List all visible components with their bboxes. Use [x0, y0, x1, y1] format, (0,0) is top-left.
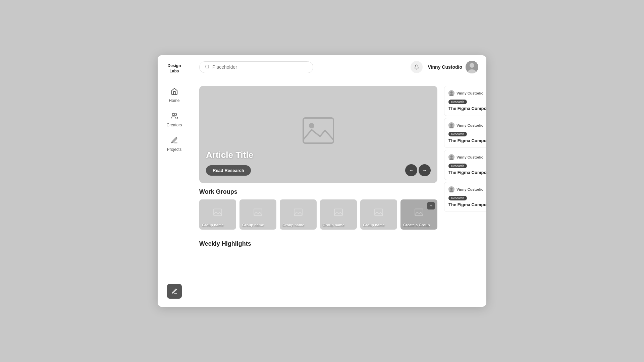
author-avatar — [448, 90, 454, 96]
avatar — [466, 61, 478, 73]
app-logo: Design Labs — [167, 63, 181, 74]
svg-rect-6 — [303, 118, 333, 143]
next-arrow-button[interactable]: → — [419, 164, 431, 176]
home-icon — [171, 88, 178, 97]
svg-point-15 — [450, 92, 453, 94]
article-meta: Vinny Custodio 1321 175 ▮ — [448, 122, 486, 128]
article-title: The Figma Component Review — [448, 202, 486, 208]
hero-actions: Read Research ← → — [206, 164, 431, 176]
svg-line-2 — [208, 67, 209, 68]
hero-card: Article Title Read Research ← → — [199, 86, 437, 183]
article-item[interactable]: Vinny Custodio 1321 175 ▮ — [444, 86, 486, 116]
article-tag: Research — [448, 100, 467, 104]
group-card-label: Group name — [242, 223, 264, 227]
read-research-button[interactable]: Read Research — [206, 165, 251, 176]
notification-button[interactable] — [411, 61, 423, 73]
svg-rect-11 — [334, 209, 342, 216]
prev-arrow-button[interactable]: ← — [405, 164, 417, 176]
author-avatar — [448, 186, 454, 192]
sidebar-bottom — [167, 284, 182, 299]
compose-button[interactable] — [167, 284, 182, 299]
search-icon — [205, 64, 210, 70]
groups-row: Group name Group name — [199, 199, 437, 230]
group-image-icon — [253, 208, 263, 219]
user-name: Vinny Custodio — [428, 64, 462, 70]
article-tag: Research — [448, 164, 467, 168]
sidebar-item-home[interactable]: Home — [161, 84, 188, 106]
author-avatar — [448, 154, 454, 160]
header-right: Vinny Custodio — [411, 61, 478, 73]
svg-point-23 — [450, 156, 453, 158]
header: Vinny Custodio — [191, 55, 486, 79]
group-card-label: Group name — [323, 223, 344, 227]
group-card[interactable]: Group name — [239, 199, 276, 230]
featured-area: Article Title Read Research ← → Work Gro… — [199, 86, 437, 300]
group-card[interactable]: Group name — [320, 199, 357, 230]
author-name: Vinny Custodio — [457, 187, 486, 191]
article-tag: Research — [448, 196, 467, 200]
group-card-label: Group name — [202, 223, 224, 227]
svg-rect-10 — [294, 209, 302, 216]
content-area: Article Title Read Research ← → Work Gro… — [191, 79, 486, 307]
svg-point-4 — [470, 63, 474, 68]
sidebar: Design Labs Home — [158, 55, 191, 307]
group-image-icon — [213, 208, 222, 219]
author-avatar — [448, 122, 454, 128]
svg-rect-8 — [214, 209, 222, 216]
group-card[interactable]: Group name — [360, 199, 397, 230]
article-title: The Figma Component Review — [448, 170, 486, 176]
search-input[interactable] — [212, 64, 308, 70]
group-card[interactable]: Group name — [199, 199, 236, 230]
users-icon — [171, 112, 178, 121]
article-item[interactable]: Vinny Custodio 1321 175 ▮ — [444, 150, 486, 180]
create-group-card[interactable]: + Create a Group — [400, 199, 437, 230]
group-image-icon — [414, 208, 424, 219]
weekly-highlights-title: Weekly Highlights — [199, 240, 437, 247]
group-card[interactable]: Group name — [280, 199, 317, 230]
group-card-label: Create a Group — [403, 223, 430, 227]
user-info[interactable]: Vinny Custodio — [428, 61, 478, 73]
sidebar-nav: Home Creators — [158, 84, 191, 155]
app-window: Design Labs Home — [158, 55, 486, 307]
hero-image-placeholder — [302, 116, 335, 146]
sidebar-item-label: Home — [169, 98, 179, 103]
svg-rect-13 — [415, 209, 423, 216]
hero-content: Article Title Read Research ← → — [199, 143, 437, 183]
article-meta: Vinny Custodio 1321 175 ▮ — [448, 154, 486, 160]
article-title: The Figma Component Review — [448, 106, 486, 112]
author-name: Vinny Custodio — [457, 155, 486, 159]
nav-arrows: ← → — [405, 164, 431, 176]
plus-icon: + — [427, 202, 435, 209]
work-groups-title: Work Groups — [199, 188, 437, 195]
main-area: Vinny Custodio — [191, 55, 486, 307]
svg-point-0 — [172, 113, 174, 116]
group-image-icon — [374, 208, 383, 219]
article-tag: Research — [448, 132, 467, 136]
group-image-icon — [334, 208, 343, 219]
search-bar[interactable] — [199, 61, 313, 73]
work-groups-section: Work Groups Group name — [199, 188, 437, 230]
svg-rect-12 — [375, 209, 383, 216]
svg-point-19 — [450, 123, 453, 126]
article-item[interactable]: Vinny Custodio 1321 175 ▮ — [444, 182, 486, 212]
group-card-label: Group name — [363, 223, 385, 227]
article-item[interactable]: Vinny Custodio 1321 175 ▮ — [444, 118, 486, 148]
svg-point-27 — [450, 187, 453, 190]
sidebar-item-label: Projects — [167, 147, 181, 152]
group-image-icon — [293, 208, 303, 219]
pencil-icon — [171, 137, 178, 146]
weekly-highlights-section: Weekly Highlights — [199, 235, 437, 247]
article-meta: Vinny Custodio 1321 175 ▮ — [448, 186, 486, 192]
author-name: Vinny Custodio — [457, 123, 486, 127]
author-name: Vinny Custodio — [457, 91, 486, 95]
hero-title: Article Title — [206, 150, 431, 160]
group-card-label: Group name — [282, 223, 304, 227]
svg-point-7 — [309, 123, 314, 128]
article-list: Vinny Custodio 1321 175 ▮ — [444, 86, 486, 300]
sidebar-item-label: Creators — [166, 123, 182, 127]
article-title: The Figma Component Review — [448, 138, 486, 144]
sidebar-item-creators[interactable]: Creators — [161, 109, 188, 131]
article-meta: Vinny Custodio 1321 175 ▮ — [448, 90, 486, 96]
svg-rect-9 — [254, 209, 262, 216]
sidebar-item-projects[interactable]: Projects — [161, 133, 188, 155]
